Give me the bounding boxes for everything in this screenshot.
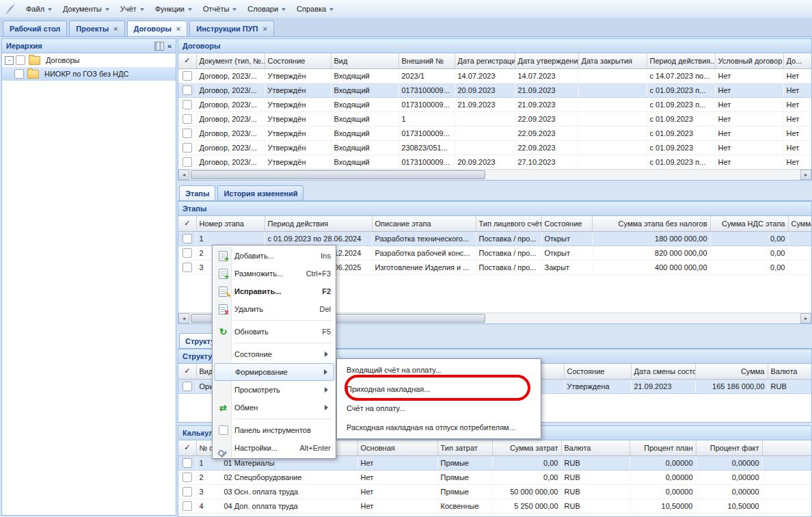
row-checkbox[interactable] [182,71,192,81]
row-checkbox[interactable] [182,248,192,258]
column-header[interactable]: Тип затрат [437,440,492,455]
column-header[interactable]: Основная [357,440,437,455]
row-checkbox[interactable] [182,234,192,243]
column-header[interactable]: Дата утверждения [515,53,578,68]
row-checkbox[interactable] [182,458,192,468]
column-header[interactable]: Сумма этапа без налогов [592,216,710,231]
menubar-item[interactable]: Справка [291,3,339,15]
table-row[interactable]: Договор, 2023/...УтверждёнВходящий017310… [178,126,811,140]
table-row[interactable]: 202 СпецоборудованиеНетПрямые0,00RUB0,00… [178,470,811,484]
column-header[interactable]: Валюта [768,364,811,379]
column-header[interactable]: Вид [331,53,398,68]
scroll-left-button[interactable]: ◂ [178,313,189,323]
column-header[interactable]: Дата закрытия [578,53,647,68]
context-menu-item[interactable]: Состояние [214,345,334,363]
menubar-item[interactable]: Функции [150,3,198,15]
scroll-right-button[interactable]: ▸ [800,313,811,323]
column-header[interactable]: ✓ [178,216,196,231]
row-checkbox[interactable] [182,114,192,124]
table-row[interactable]: Договор, 2023/...УтверждёнВходящий017310… [178,155,811,169]
column-header[interactable]: Номер этапа [196,216,265,231]
tree-expander-icon[interactable]: - [5,56,14,65]
context-menu-item[interactable]: Исправить...F2 [214,282,334,300]
submenu-item[interactable]: Входящий счёт на оплату... [338,360,539,380]
row-checkbox[interactable] [182,382,192,391]
context-menu-item[interactable]: Панель инструментов [214,421,334,439]
tab[interactable]: Проекты× [69,21,124,36]
context-menu-item[interactable]: ⇄Обмен [214,399,334,416]
column-header[interactable]: Состояние [564,364,631,379]
table-row[interactable]: 404 Доп. оплата трудаНетКосвенные5 250 0… [178,499,811,513]
tab-close-icon[interactable]: × [176,25,180,33]
column-header[interactable]: Состояние [265,53,331,68]
column-header[interactable]: Условный договор [715,53,783,68]
tree-node[interactable]: -Договоры [2,53,176,67]
column-header[interactable]: Период действия [265,216,372,231]
scroll-right-button[interactable]: ▸ [800,170,811,180]
column-header[interactable]: Внешний № [398,53,455,68]
column-header[interactable]: Сумма затрат [492,440,561,455]
column-header[interactable]: Сумма НДС этапа [710,216,788,231]
tab-close-icon[interactable]: × [263,25,267,33]
table-row[interactable]: Договор, 2023/...УтверждёнВходящий2023/1… [178,68,811,83]
scroll-left-button[interactable]: ◂ [178,170,189,180]
menubar-item[interactable]: Файл [21,3,57,15]
column-header[interactable]: Состояние [541,216,592,231]
column-header[interactable]: ✓ [178,364,196,379]
row-checkbox[interactable] [182,100,192,109]
row-checkbox[interactable] [182,129,192,138]
table-row[interactable]: Договор, 2023/...УтверждёнВходящий017310… [178,83,811,97]
submenu-item[interactable]: Расходная накладная на отпуск потребител… [338,418,539,437]
menubar-item[interactable]: Документы [57,3,115,15]
context-menu-item[interactable]: ↻ОбновитьF5 [214,323,334,341]
submenu-item[interactable]: Счёт на оплату... [338,399,539,418]
column-header[interactable]: Дата регистрации [455,53,515,68]
scrollbar-track[interactable] [189,170,800,180]
row-checkbox[interactable] [182,501,192,511]
row-checkbox[interactable] [182,487,192,496]
tab[interactable]: Инструкции ПУП× [189,21,274,36]
context-menu-item[interactable]: +Размножить...Ctrl+F3 [214,265,334,282]
column-header[interactable]: До... [783,53,811,68]
menubar-item[interactable]: Словари [242,3,291,15]
row-checkbox[interactable] [182,263,192,272]
table-row[interactable]: 1с 01.09.2023 по 28.06.2024Разработка те… [178,231,811,246]
menubar-item[interactable]: Учёт [115,3,150,15]
submenu-item[interactable]: Приходная накладная... [338,380,539,399]
tree-checkbox[interactable] [16,55,25,65]
scrollbar-thumb[interactable] [191,170,485,179]
column-header[interactable]: Тип лицевого счёт... [476,216,541,231]
column-header[interactable]: Валюта [561,440,630,455]
column-header[interactable]: Описание этапа [372,216,476,231]
column-header[interactable]: Сумма эт... [788,216,811,231]
column-header[interactable]: Процент факт [696,440,762,455]
table-row[interactable]: Договор, 2023/...УтверждёнВходящий122.09… [178,111,811,126]
column-header[interactable]: Процент план [630,440,696,455]
menubar-item[interactable]: Отчёты [198,3,242,15]
context-menu-item[interactable]: Формирование [214,363,334,381]
context-menu-item[interactable]: Настройки...Alt+Enter [214,439,334,457]
table-row[interactable]: Договор, 2023/...УтверждёнВходящий230823… [178,140,811,155]
column-header[interactable]: Дата смены состоя... [631,364,695,379]
collapse-sidebar-button[interactable]: « [167,42,172,50]
context-menu-item[interactable]: ×УдалитьDel [214,300,334,318]
column-header[interactable]: Сумма [695,364,768,379]
tab[interactable]: Рабочий стол [3,21,67,36]
column-header[interactable]: ✓ [178,440,196,455]
tab[interactable]: История изменений [217,185,303,200]
columns-icon[interactable] [154,42,164,51]
tab[interactable]: Этапы [179,185,215,200]
row-checkbox[interactable] [182,85,192,95]
tree-node[interactable]: НИОКР по ГОЗ без НДС [2,67,176,81]
context-menu-item[interactable]: Просмотреть [214,381,334,399]
row-checkbox[interactable] [182,473,192,482]
column-header[interactable]: Период действия... [647,53,715,68]
context-menu-item[interactable]: +Добавить...Ins [214,247,334,265]
column-header[interactable]: ✓ [178,53,196,68]
column-header[interactable]: Документ (тип, №... [196,53,265,68]
tab[interactable]: Договоры× [127,21,188,36]
row-checkbox[interactable] [182,143,192,153]
column-header[interactable] [762,440,811,455]
table-row[interactable]: 303 Осн. оплата трудаНетПрямые50 000 000… [178,484,811,499]
tree-checkbox[interactable] [14,69,24,79]
